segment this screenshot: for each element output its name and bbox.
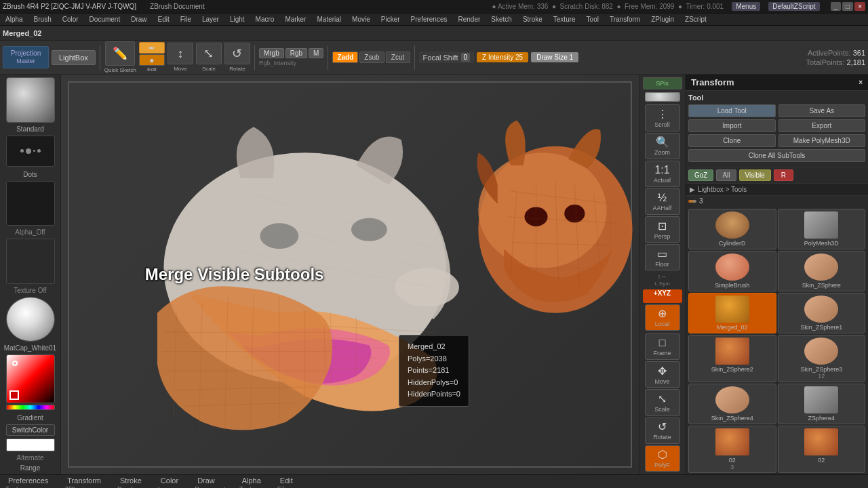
projection-master-btn[interactable]: Projection Master bbox=[3, 46, 49, 68]
focal-shift-value[interactable]: 0 bbox=[461, 53, 471, 62]
lightbox-chevron-icon[interactable]: ▶ bbox=[690, 186, 695, 193]
slider-indicator[interactable] bbox=[688, 200, 696, 203]
zoom-btn[interactable]: 🔍 Zoom bbox=[645, 133, 680, 159]
menu-macro[interactable]: Macro bbox=[253, 16, 277, 23]
window-min[interactable]: _ bbox=[831, 2, 842, 11]
quick-sketch-icon[interactable]: ✏️ bbox=[105, 41, 135, 66]
import-btn[interactable]: Import bbox=[688, 119, 776, 132]
window-close[interactable]: × bbox=[854, 2, 865, 11]
color-swatch[interactable] bbox=[6, 354, 55, 410]
rotate-icon-btn[interactable]: ↺ Rotate bbox=[645, 418, 680, 444]
menu-material[interactable]: Material bbox=[315, 16, 344, 23]
zcut-btn[interactable]: Zcut bbox=[386, 52, 410, 63]
canvas-area[interactable]: Merge Visible Subtools Merged_02 Polys=2… bbox=[61, 75, 639, 474]
menu-color[interactable]: Color bbox=[60, 16, 81, 23]
tool-item-skin-zsphere4[interactable]: Skin_ZSphere4 bbox=[688, 384, 776, 424]
foreground-color[interactable] bbox=[9, 390, 19, 400]
menu-stroke[interactable]: Stroke bbox=[520, 16, 545, 23]
menu-sketch[interactable]: Sketch bbox=[488, 16, 515, 23]
draw-btn[interactable]: Draw bbox=[195, 475, 226, 486]
dots-brush-preview[interactable] bbox=[6, 136, 55, 167]
draw-size-btn[interactable]: Draw Size 1 bbox=[531, 52, 578, 62]
move-icon-btn[interactable]: ✥ Move bbox=[645, 361, 680, 388]
export-btn[interactable]: Export bbox=[778, 119, 866, 132]
xyz-btn[interactable]: +XYZ bbox=[643, 289, 682, 302]
matcap-preview[interactable] bbox=[6, 297, 55, 342]
menu-alpha[interactable]: Alpha bbox=[3, 16, 26, 23]
z-intensity-btn[interactable]: Z Intensity 25 bbox=[477, 52, 528, 62]
canvas-background[interactable]: Merge Visible Subtools Merged_02 Polys=2… bbox=[61, 75, 639, 474]
tool-item-simplebrush[interactable]: SimpleBrush bbox=[688, 251, 776, 291]
tool-item-skin-zsphere3[interactable]: Skin_ZSphere3 12 bbox=[778, 335, 866, 382]
make-polymesh-btn[interactable]: Make PolyMesh3D bbox=[778, 134, 866, 147]
menu-edit[interactable]: Edit bbox=[155, 16, 172, 23]
menu-picker[interactable]: Picker bbox=[378, 16, 403, 23]
switch-color-btn[interactable]: SwitchColor bbox=[6, 424, 55, 436]
floor-btn[interactable]: ▭ Floor bbox=[645, 244, 680, 270]
r-btn[interactable]: R bbox=[774, 169, 793, 181]
color-btn[interactable]: Color bbox=[158, 475, 181, 486]
menu-draw[interactable]: Draw bbox=[128, 16, 149, 23]
aahalf-btn[interactable]: ½ AAHalf bbox=[645, 188, 680, 215]
menu-render[interactable]: Render bbox=[456, 16, 484, 23]
tool-item-skin-zsphere2[interactable]: Skin_ZSphere2 bbox=[688, 335, 776, 382]
menu-movie[interactable]: Movie bbox=[349, 16, 373, 23]
visible-btn[interactable]: Visible bbox=[739, 169, 771, 181]
alpha-btn[interactable]: Alpha bbox=[239, 475, 264, 486]
m-btn[interactable]: M bbox=[309, 48, 323, 58]
tool-item-merged02[interactable]: Merged_02 bbox=[688, 293, 776, 333]
actual-btn[interactable]: 1:1 Actual bbox=[645, 161, 680, 187]
menu-document[interactable]: Document bbox=[87, 16, 123, 23]
menu-zplugin[interactable]: ZPlugin bbox=[648, 16, 677, 23]
spix-btn[interactable]: SPix bbox=[643, 77, 682, 89]
stroke-btn[interactable]: Stroke bbox=[117, 475, 144, 486]
scroll-btn[interactable]: ⋮ Scroll bbox=[645, 104, 680, 131]
rgb-btn[interactable]: Rgb bbox=[285, 48, 307, 58]
persp-btn[interactable]: ⊡ Persp bbox=[645, 216, 680, 243]
mrgb-btn[interactable]: Mrgb bbox=[259, 48, 284, 58]
menu-tool[interactable]: Tool bbox=[584, 16, 601, 23]
scale-icon-btn[interactable]: ⤡ Scale bbox=[645, 389, 680, 415]
brush-preview[interactable] bbox=[6, 77, 55, 123]
goz-btn[interactable]: GoZ bbox=[688, 169, 713, 181]
transform-btn[interactable]: Transform bbox=[64, 475, 104, 486]
polyf-icon-btn[interactable]: ⬡ PolyF bbox=[645, 445, 680, 472]
tool-item-zsphere4[interactable]: ZSphere4 bbox=[778, 384, 866, 424]
transform-close-icon[interactable]: × bbox=[859, 79, 863, 86]
menu-preferences[interactable]: Preferences bbox=[408, 16, 450, 23]
default-zscript[interactable]: DefaultZScript bbox=[768, 2, 819, 11]
draw-btn[interactable]: ● bbox=[139, 54, 165, 66]
menu-texture[interactable]: Texture bbox=[551, 16, 578, 23]
alt-color-box[interactable] bbox=[6, 439, 55, 451]
all-btn[interactable]: All bbox=[716, 169, 736, 181]
edit-btn[interactable]: ✒ bbox=[139, 42, 165, 54]
lightbox-btn[interactable]: LightBox bbox=[52, 50, 96, 65]
tool-item-02-b[interactable]: 02 bbox=[778, 426, 866, 473]
menu-transform[interactable]: Transform bbox=[607, 16, 643, 23]
scale-btn[interactable]: ⤡ bbox=[196, 43, 222, 64]
save-as-btn[interactable]: Save As bbox=[778, 104, 866, 117]
move-btn[interactable]: ↕ bbox=[167, 43, 193, 64]
edit-btn[interactable]: Edit bbox=[277, 475, 296, 486]
tool-item-skin-zsphere[interactable]: Skin_ZSphere bbox=[778, 251, 866, 291]
clone-all-btn[interactable]: Clone All SubTools bbox=[688, 149, 865, 162]
alpha-preview[interactable] bbox=[6, 181, 55, 226]
menu-zscript[interactable]: ZScript bbox=[682, 16, 709, 23]
texture-preview[interactable] bbox=[6, 239, 55, 284]
menu-layer[interactable]: Layer bbox=[199, 16, 222, 23]
menu-brush[interactable]: Brush bbox=[31, 16, 54, 23]
menu-marker[interactable]: Marker bbox=[282, 16, 309, 23]
zadd-btn[interactable]: Zadd bbox=[332, 52, 358, 63]
rotate-btn[interactable]: ↺ bbox=[224, 43, 250, 64]
load-tool-btn[interactable]: Load Tool bbox=[688, 104, 776, 117]
tool-item-02-a[interactable]: 02 3 bbox=[688, 426, 776, 473]
menus-btn[interactable]: Menus bbox=[732, 2, 760, 11]
tool-item-cylinder[interactable]: CylinderD bbox=[688, 209, 776, 249]
tool-item-polymesh[interactable]: PolyMesh3D bbox=[778, 209, 866, 249]
hue-bar[interactable] bbox=[6, 405, 55, 410]
clone-btn[interactable]: Clone bbox=[688, 134, 776, 147]
menu-light[interactable]: Light bbox=[227, 16, 248, 23]
frame-btn[interactable]: □ Frame bbox=[645, 333, 680, 360]
local-btn[interactable]: ⊕ Local bbox=[645, 304, 680, 331]
color-gradient[interactable] bbox=[6, 354, 55, 403]
